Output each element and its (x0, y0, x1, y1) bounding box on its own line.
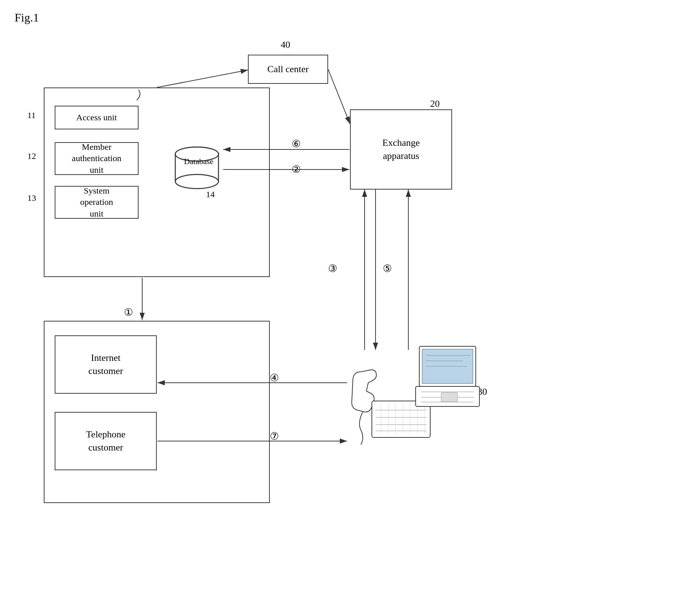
arrow-label-2: ② (292, 163, 301, 175)
svg-line-31 (328, 69, 350, 124)
arrow-label-5: ⑤ (383, 262, 392, 274)
svg-point-4 (175, 175, 218, 189)
arrow-label-7: ⑦ (270, 430, 279, 442)
arrow-label-6: ⑥ (292, 138, 301, 150)
member-auth-label: Member authentication unit (72, 141, 121, 176)
member-auth-box: Member authentication unit (55, 142, 139, 175)
system-op-label: System operation unit (80, 185, 113, 219)
svg-line-30 (157, 70, 248, 87)
label-14: 14 (206, 190, 215, 199)
arrow-label-4: ④ (270, 372, 279, 384)
label-13: 13 (27, 193, 36, 203)
system-op-box: System operation unit (55, 186, 139, 219)
internet-customer-label: Internet customer (88, 351, 123, 378)
label-12: 12 (27, 151, 36, 161)
label-40: 40 (281, 39, 290, 50)
customer-terminal-illustration (343, 328, 481, 452)
label-11: 11 (27, 110, 36, 120)
figure-label: Fig.1 (15, 11, 39, 24)
call-center-box: Call center (248, 55, 328, 84)
exchange-apparatus-box: Exchange apparatus (350, 109, 452, 190)
label-20: 20 (430, 98, 440, 109)
access-unit-box: Access unit (55, 106, 139, 129)
telephone-customer-box: Telephone customer (55, 412, 157, 470)
internet-customer-box: Internet customer (55, 335, 157, 394)
telephone-customer-label: Telephone customer (86, 428, 125, 455)
arrow-label-3: ③ (328, 262, 337, 274)
arrow-label-1: ① (124, 306, 133, 318)
database-label: Database (179, 157, 219, 166)
call-center-label: Call center (267, 64, 308, 75)
access-unit-label: Access unit (76, 113, 117, 122)
svg-rect-27 (441, 393, 458, 402)
exchange-apparatus-label: Exchange apparatus (382, 136, 420, 163)
